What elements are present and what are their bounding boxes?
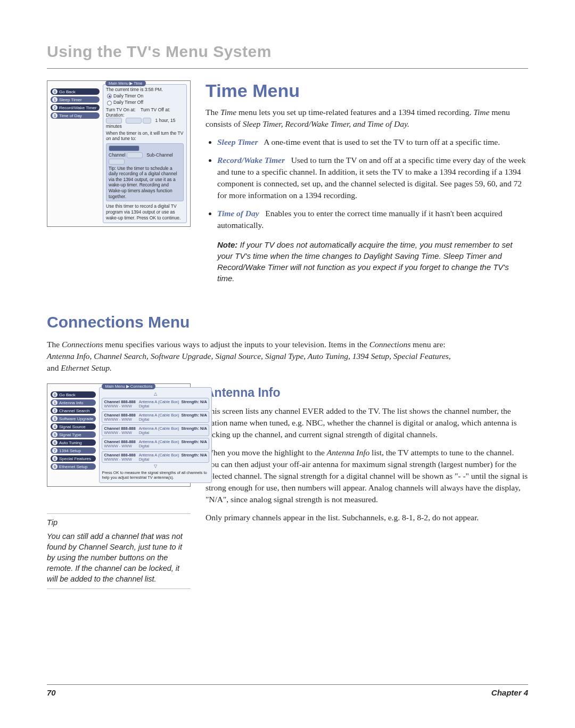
antenna-info-heading: Antenna Info (206, 386, 528, 400)
title-rule (47, 68, 528, 69)
figure-crumb: Main Menu ▶ Connections (102, 383, 155, 389)
connections-intro: The Connections menu specifies various w… (47, 339, 451, 374)
list-item: Channel 888-888WWWW - WWW Antenna A (Cab… (102, 411, 209, 423)
fig-menu-item: 3Software Upgrade (51, 415, 96, 422)
time-menu-note: Note: If your TV does not automatically … (217, 239, 528, 284)
antenna-left-col: 0Go Back 1Antenna Info 2Channel Search 3… (47, 383, 191, 593)
fig-menu-item: 8Special Features (51, 455, 96, 462)
figure-time-panel: Main Menu ▶ Time The current time is 3:5… (103, 84, 187, 223)
field (127, 152, 143, 158)
fig-menu-item: 1Antenna Info (51, 399, 96, 406)
fig-text: The current time is 3:58 PM. (106, 87, 184, 92)
radio-off-icon (107, 101, 112, 105)
fig-menu-item: 6Auto Tuning (51, 439, 96, 446)
fig-menu-item: 3Time of Day (51, 112, 100, 119)
field (126, 118, 142, 124)
field (109, 159, 125, 165)
figure-crumb: Main Menu ▶ Time (105, 80, 146, 86)
down-arrow-icon: ▽ (102, 464, 209, 469)
antenna-info-section: 0Go Back 1Antenna Info 2Channel Search 3… (47, 383, 528, 593)
connections-heading: Connections Menu (47, 313, 528, 331)
tip-sep (47, 588, 191, 589)
fig-menu-item: 2Channel Search (51, 407, 96, 414)
bullet-time-of-day: Time of Day Enables you to enter the cor… (217, 208, 528, 231)
figure-conn-menu: 0Go Back 1Antenna Info 2Channel Search 3… (51, 387, 96, 483)
antenna-info-p1: This screen lists any channel EVER added… (206, 405, 528, 440)
bullet-record-wake: Record/Wake Timer Used to turn the TV on… (217, 154, 528, 201)
field (109, 145, 139, 151)
fig-menu-item: 9Ethernet Setup (51, 463, 96, 470)
bullet-sleep-timer: Sleep Timer A one-time event that is use… (217, 136, 528, 148)
antenna-info-p3: Only primary channels appear in the list… (206, 512, 528, 523)
footer-rule (47, 684, 528, 685)
tip-text: You can still add a channel that was not… (47, 531, 191, 584)
figure-time: 0Go Back 1Sleep Timer 2Record/Wake Timer… (47, 80, 191, 227)
up-arrow-icon: △ (102, 392, 209, 396)
page-footer: 70 Chapter 4 (47, 684, 528, 697)
radio-on-icon (107, 94, 112, 99)
fig-menu-item: 5Signal Type (51, 431, 96, 438)
chapter-label: Chapter 4 (491, 688, 528, 697)
list-item: Channel 888-888WWWW - WWW Antenna A (Cab… (102, 424, 209, 436)
time-menu-intro: The Time menu lets you set up time-relat… (206, 107, 528, 130)
figure-conn-panel: Main Menu ▶ Connections △ Channel 888-88… (99, 387, 211, 483)
figure-time-menu: 0Go Back 1Sleep Timer 2Record/Wake Timer… (51, 84, 100, 223)
list-item: Channel 888-888WWWW - WWW Antenna A (Cab… (102, 451, 209, 463)
figure-time-col: 0Go Back 1Sleep Timer 2Record/Wake Timer… (47, 80, 191, 292)
fig-menu-item-active: 2Record/Wake Timer (51, 104, 100, 111)
figure-connections: 0Go Back 1Antenna Info 2Channel Search 3… (47, 383, 191, 487)
fig-menu-item: 1Sleep Timer (51, 96, 100, 103)
tip-block: Tip You can still add a channel that was… (47, 513, 191, 589)
time-menu-section: 0Go Back 1Sleep Timer 2Record/Wake Timer… (47, 80, 528, 292)
time-menu-bullets: Sleep Timer A one-time event that is use… (206, 136, 528, 231)
time-menu-heading: Time Menu (206, 80, 528, 101)
tip-label: Tip (47, 518, 191, 527)
page: Using the TV's Menu System 0Go Back 1Sle… (0, 0, 575, 728)
tip-sep (47, 513, 191, 514)
page-number: 70 (47, 688, 56, 697)
field (143, 118, 151, 124)
fig-menu-item: 0Go Back (51, 391, 96, 398)
fig-subpanel: Channel Sub-Channel Tip: Use the timer t… (106, 143, 184, 202)
list-item: Channel 888-888WWWW - WWW Antenna A (Cab… (102, 398, 209, 410)
field (106, 118, 122, 124)
time-menu-text: Time Menu The Time menu lets you set up … (206, 80, 528, 292)
fig-menu-item: 71394 Setup (51, 447, 96, 454)
antenna-info-text: Antenna Info This screen lists any chann… (206, 383, 528, 593)
fig-menu-item: 4Signal Source (51, 423, 96, 430)
antenna-info-p2: When you move the highlight to the Anten… (206, 447, 528, 505)
chapter-title: Using the TV's Menu System (47, 43, 528, 61)
fig-menu-item: 0Go Back (51, 88, 100, 95)
list-item: Channel 888-888WWWW - WWW Antenna A (Cab… (102, 438, 209, 449)
